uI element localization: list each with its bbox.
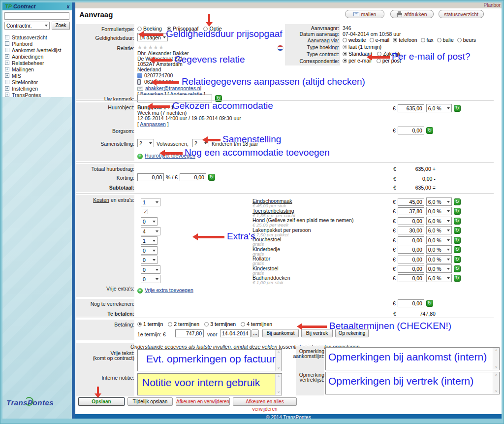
- expand-plus-icon[interactable]: +: [5, 93, 9, 97]
- extra-amount-input[interactable]: [398, 207, 424, 215]
- termijn-amount-input[interactable]: [175, 329, 204, 337]
- refresh-icon[interactable]: ↻: [454, 218, 461, 225]
- search-filter-select[interactable]: Contractnr.: [4, 22, 50, 30]
- mailen-button[interactable]: mailen: [345, 10, 384, 18]
- extra-checkbox[interactable]: ✓: [143, 209, 148, 214]
- chevron-down-icon[interactable]: ˅: [495, 389, 498, 393]
- refresh-icon[interactable]: ↻: [208, 174, 215, 181]
- btw-select[interactable]: 6,0 %: [426, 197, 452, 206]
- extra-amount-input[interactable]: [398, 198, 424, 206]
- radio-1-termijn[interactable]: 1 termijn: [137, 321, 163, 327]
- zoek-button[interactable]: Zoek: [52, 22, 70, 30]
- scrollbar[interactable]: ˄˅: [493, 372, 499, 394]
- radio-email[interactable]: e-mail: [370, 37, 390, 43]
- refresh-icon[interactable]: ↻: [454, 208, 461, 215]
- afkeuren-verwijderen-button[interactable]: Afkeuren en verwijderen: [176, 397, 230, 406]
- btw-select[interactable]: 0,0 %: [426, 264, 452, 273]
- borgsom-input[interactable]: [398, 127, 424, 134]
- chevron-up-icon[interactable]: ˄: [495, 348, 498, 353]
- sidebar-item-mailingen[interactable]: +Mailingen: [2, 66, 72, 72]
- refresh-icon[interactable]: ↻: [454, 105, 461, 112]
- refresh-icon[interactable]: ↻: [454, 275, 461, 282]
- bij-vertrek-button[interactable]: Bij vertrek: [301, 329, 333, 337]
- volwassenen-select[interactable]: 2: [137, 139, 154, 147]
- chevron-down-icon[interactable]: ˅: [278, 366, 280, 370]
- extra-qty-select[interactable]: 0: [141, 265, 160, 274]
- close-icon[interactable]: x: [66, 4, 69, 9]
- date-picker-button[interactable]: ...: [252, 329, 259, 337]
- refresh-icon[interactable]: ↻: [454, 198, 461, 205]
- extra-amount-input[interactable]: [398, 246, 424, 254]
- btw-select[interactable]: 0,0 %: [426, 236, 452, 244]
- afkeuren-alles-verwijderen-button[interactable]: Afkeuren en alles verwijderen: [233, 397, 297, 406]
- expand-plus-icon[interactable]: +: [5, 54, 9, 59]
- extra-amount-input[interactable]: [398, 274, 424, 282]
- btw-select[interactable]: 0,0 %: [426, 207, 452, 215]
- vrije-extra-toevoegen-link[interactable]: Vrije extra toevoegen: [145, 287, 193, 293]
- korting-eur-input[interactable]: [180, 173, 206, 181]
- refresh-icon[interactable]: ↻: [454, 256, 461, 263]
- afdrukken-button[interactable]: afdrukken: [390, 10, 434, 18]
- aanpassen-link[interactable]: Aanpassen: [140, 121, 166, 127]
- expand-plus-icon[interactable]: +: [5, 86, 9, 91]
- chevron-up-icon[interactable]: ˄: [495, 373, 498, 377]
- sidebar-item-statusoverzicht[interactable]: Statusoverzicht: [2, 34, 72, 40]
- extra-amount-input[interactable]: [398, 236, 424, 244]
- sidebar-item-planbord[interactable]: Planbord: [2, 40, 72, 47]
- extra-amount-input[interactable]: [398, 227, 424, 234]
- radio-website[interactable]: website: [343, 37, 366, 43]
- extra-qty-select[interactable]: 0: [141, 217, 158, 226]
- sidebar-item-aanbiedingen[interactable]: +Aanbiedingen: [2, 53, 72, 60]
- expand-plus-icon[interactable]: +: [5, 67, 9, 71]
- extra-qty-select[interactable]: 0: [141, 256, 158, 264]
- chevron-down-icon[interactable]: ˅: [495, 365, 498, 369]
- verrekenen-input[interactable]: [398, 299, 424, 307]
- radio-4-termijnen[interactable]: 4 termijnen: [241, 321, 272, 327]
- extra-qty-select[interactable]: 1: [141, 236, 158, 245]
- btw-select[interactable]: 6,0 %: [426, 226, 452, 234]
- radio-fax[interactable]: fax: [421, 37, 434, 43]
- refresh-icon[interactable]: ↻: [454, 227, 461, 234]
- expand-plus-icon[interactable]: +: [5, 73, 9, 78]
- chevron-down-icon[interactable]: ˅: [278, 390, 280, 394]
- radio-3-termijnen[interactable]: 3 termijnen: [204, 321, 236, 327]
- refresh-icon[interactable]: ↻: [454, 237, 461, 244]
- btw-select[interactable]: 0,0 %: [426, 255, 452, 263]
- radio-balie[interactable]: balie: [437, 37, 454, 43]
- scrollbar[interactable]: ˄˅: [493, 348, 499, 370]
- search-input[interactable]: [4, 12, 69, 20]
- statusoverzicht-button[interactable]: statusoverzicht: [439, 10, 484, 18]
- korting-pct-input[interactable]: [137, 173, 164, 181]
- extra-amount-input[interactable]: [398, 256, 424, 263]
- sidebar-item-aankomst-vertreklijst[interactable]: Aankomst-/vertreklijst: [2, 47, 72, 53]
- sidebar-item-transpontes[interactable]: +TransPontes: [2, 92, 72, 98]
- termijn-date-input[interactable]: [220, 329, 251, 337]
- refresh-icon[interactable]: ↻: [426, 300, 433, 307]
- sidebar-item-relatiebeheer[interactable]: +Relatiebeheer: [2, 60, 72, 66]
- sidebar-item-instellingen[interactable]: +Instellingen: [2, 85, 72, 92]
- extra-qty-select[interactable]: 0: [141, 275, 160, 283]
- bij-aankomst-button[interactable]: Bij aankomst: [262, 329, 299, 337]
- btw-select[interactable]: 0,0 %: [426, 245, 452, 254]
- huurprijs-input[interactable]: [398, 104, 424, 112]
- radio-laat[interactable]: laat (1 termijn): [343, 44, 381, 50]
- planbord-label[interactable]: Planbor: [484, 2, 501, 8]
- extra-amount-input[interactable]: [398, 265, 424, 273]
- extra-qty-select[interactable]: 4: [141, 227, 160, 235]
- refresh-icon[interactable]: ↻: [454, 246, 461, 253]
- extra-amount-input[interactable]: [398, 217, 424, 225]
- expand-plus-icon[interactable]: +: [5, 61, 9, 65]
- btw-select[interactable]: 6,0 %: [426, 217, 452, 225]
- extra-qty-select[interactable]: 0: [141, 246, 158, 255]
- sidebar-item-mis[interactable]: +MIS: [2, 72, 72, 79]
- refresh-icon[interactable]: ↻: [426, 127, 433, 134]
- radio-beurs[interactable]: beurs: [457, 37, 476, 43]
- sidebar-item-sitemonitor[interactable]: SiteMonitor: [2, 79, 72, 85]
- radio-telefoon[interactable]: telefoon: [393, 37, 417, 43]
- tijdelijk-opslaan-button[interactable]: Tijdelijk opslaan: [127, 397, 173, 406]
- extra-qty-select[interactable]: 1: [141, 198, 160, 206]
- refresh-icon[interactable]: ↻: [454, 265, 461, 272]
- btw-select[interactable]: 6,0 %: [426, 104, 452, 112]
- radio-2-termijnen[interactable]: 2 termijnen: [168, 321, 199, 327]
- opslaan-button[interactable]: Opslaan: [78, 397, 125, 406]
